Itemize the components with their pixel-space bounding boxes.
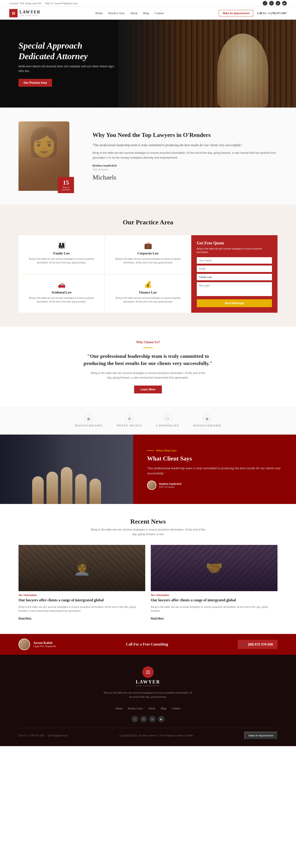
learn-more-button[interactable]: Learn More	[134, 385, 162, 394]
about-role: CEO of Cpoins	[93, 168, 277, 171]
form-email-input[interactable]	[197, 266, 272, 272]
footer-facebook-icon[interactable]: f	[132, 716, 138, 722]
footer: ⚖ LAWYER LAW ASSOCIATES Bring to the tab…	[0, 655, 296, 746]
statue-4	[75, 474, 87, 504]
news-read-more-2[interactable]: Read More	[151, 617, 164, 620]
hero-content: Special Approach Dedicated Attorney Moll…	[0, 40, 139, 87]
statue-3	[61, 467, 72, 504]
corporate-law-icon: 💼	[110, 242, 186, 249]
practice-cards: 👨‍👩‍👧 Family Law Bring to the table win-…	[19, 235, 191, 313]
news-card-1: 👩‍💼 Tax / Information Our lawyers offer …	[19, 545, 145, 620]
news-desc: Bring to the table win-win survival stra…	[90, 528, 206, 536]
about-section: 👩 15 Years of experience Why You Need th…	[0, 107, 296, 205]
hero-section: Special Approach Dedicated Attorney Moll…	[0, 20, 296, 107]
logo-icon: ⚖	[9, 9, 18, 17]
about-image-wrap: 👩 15 Years of experience	[19, 121, 78, 191]
testimonial-person: Reuben Sandwitch CEO of Cpoins	[147, 480, 282, 490]
testimonial-label: What Client Says	[147, 449, 282, 453]
cta-role: Legal firm Supporter	[33, 645, 57, 648]
footer-logo: ⚖ LAWYER LAW ASSOCIATES	[19, 666, 277, 687]
footer-social: f 𝕏 in ▶	[19, 716, 277, 722]
cta-person-info: Jacson Kalish Legal firm Supporter	[33, 641, 57, 648]
accident-law-desc: Bring to the table win-win survival stra…	[23, 296, 100, 304]
cta-phone-number: (89) 673 378-309	[248, 643, 273, 646]
about-title: Why You Need the Top Lawyers in O'Render…	[93, 131, 277, 139]
practice-card-accident: 🚗 Acidental Law Bring to the table win-w…	[19, 274, 104, 313]
partner-3-icon: ⬡	[164, 414, 172, 423]
statue-1	[32, 476, 44, 504]
facebook-icon[interactable]: f	[263, 1, 267, 5]
logo-sub: LAW ASSOCIATES	[20, 14, 40, 17]
cta-banner: Jacson Kalish Legal firm Supporter Call …	[0, 634, 296, 655]
news-card-title-1: Our lawyers offer clients a range of int…	[19, 598, 145, 603]
nav-blog[interactable]: Blog	[143, 11, 149, 15]
footer-nav-practice[interactable]: Practice Area	[128, 707, 143, 710]
nav-about[interactable]: About	[130, 11, 138, 15]
twitter-icon[interactable]: 𝕏	[269, 1, 274, 5]
cta-name: Jacson Kalish	[33, 641, 57, 645]
practice-card-corporate: 💼 Corporate Law Bring to the table win-w…	[105, 235, 191, 274]
about-content: Why You Need the Top Lawyers in O'Render…	[93, 131, 277, 181]
testimonial-image	[0, 435, 133, 504]
partner-1: ◉ Monochrome	[75, 414, 103, 427]
news-card-2: 🤝 Tax / Information Our lawyers offer cl…	[151, 545, 277, 620]
appointment-button[interactable]: Make An Appointment	[219, 10, 253, 17]
form-message-textarea[interactable]	[197, 282, 272, 296]
nav-practice[interactable]: Practice Area	[108, 11, 125, 15]
logo: ⚖ LAWYER LAW ASSOCIATES	[9, 9, 40, 17]
family-law-desc: Bring to the table win-win survival stra…	[23, 257, 100, 265]
why-desc: Bring to the table win-win survival stra…	[90, 371, 206, 380]
form-submit-button[interactable]: Send Message	[197, 299, 272, 307]
hero-desc: Mollit anim laboris elit eiusmod dolor s…	[19, 64, 120, 73]
testimonial-section: What Client Says What Client Says "Our p…	[0, 435, 296, 504]
cta-phone-button[interactable]: 📞 (89) 673 378-309	[238, 640, 277, 649]
experience-years: 15	[63, 179, 69, 186]
finance-law-title: Finance Law	[110, 291, 186, 294]
cta-avatar	[19, 639, 30, 650]
cta-person: Jacson Kalish Legal firm Supporter	[19, 639, 57, 650]
linkedin-icon[interactable]: in	[276, 1, 280, 5]
news-tag-2: Tax / Information	[151, 594, 277, 596]
testimonial-role: CEO of Cpoins	[159, 486, 181, 488]
partner-3: ⬡ CORPORATE	[156, 414, 179, 427]
quote-form: Get Free Quote Bring to the table win-wi…	[191, 235, 277, 313]
footer-desc: Bring to the table win-win survival stra…	[102, 691, 194, 699]
about-quote: "Our professional leadership team is tru…	[93, 143, 277, 148]
family-law-icon: 👨‍👩‍👧	[23, 242, 100, 249]
footer-copyright: Copyright @2021. All rights reserved. | …	[119, 734, 193, 737]
news-section: Recent News Bring to the table win-win s…	[0, 504, 296, 634]
family-law-title: Family Law	[23, 252, 100, 255]
footer-nav-about[interactable]: About	[148, 707, 155, 710]
footer-nav-home[interactable]: Home	[116, 707, 122, 710]
nav-call: Call Us: +1 (78) 673 3567	[257, 11, 287, 15]
hero-cta-button[interactable]: Our Practice Area	[19, 79, 52, 87]
statues-bg	[0, 448, 133, 504]
nav-contact[interactable]: Contact	[155, 11, 164, 15]
practice-title: Our Practice Area	[19, 219, 277, 226]
quote-form-desc: Bring to the table win-win survival stra…	[197, 247, 272, 254]
testimonial-section-title: What Client Says	[147, 455, 282, 462]
footer-nav-blog[interactable]: Blog	[161, 707, 166, 710]
what-client-says: What Client Says	[156, 449, 176, 453]
testimonial-content: What Client Says What Client Says "Our p…	[133, 435, 296, 504]
statue-5	[90, 478, 101, 504]
footer-call: Call Us: +1 (78) 673 3567	[19, 734, 45, 737]
footer-nav-contact[interactable]: Contact	[172, 707, 180, 710]
youtube-icon[interactable]: ▶	[282, 1, 287, 5]
news-read-more-1[interactable]: Read More	[19, 617, 31, 620]
footer-twitter-icon[interactable]: 𝕏	[140, 716, 147, 722]
form-service-select[interactable]: Family Law Corporate Law Accidental Law …	[197, 274, 272, 280]
hero-title: Special Approach Dedicated Attorney	[19, 40, 120, 62]
partner-4-icon: ◉	[203, 414, 211, 423]
hero-books-bg	[119, 20, 296, 107]
practice-section: Our Practice Area 👨‍👩‍👧 Family Law Bring…	[0, 205, 296, 327]
testimonial-person-info: Reuben Sandwitch CEO of Cpoins	[159, 482, 181, 488]
nav-home[interactable]: Home	[96, 11, 103, 15]
form-name-input[interactable]	[197, 257, 272, 264]
about-name: Reuben Sandwitch	[93, 164, 277, 167]
footer-youtube-icon[interactable]: ▶	[158, 716, 164, 722]
footer-appointment-button[interactable]: Make An Appointment	[244, 732, 277, 739]
footer-bottom-left: Call Us: +1 (78) 673 3567 layer76@gmail.…	[19, 734, 68, 737]
footer-bottom: Call Us: +1 (78) 673 3567 layer76@gmail.…	[19, 728, 277, 739]
footer-linkedin-icon[interactable]: in	[149, 716, 156, 722]
